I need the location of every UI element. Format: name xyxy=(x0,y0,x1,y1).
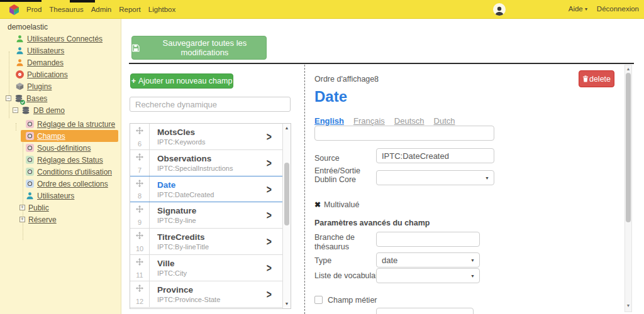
sidebar-item-public[interactable]: + Public xyxy=(0,202,121,214)
tab-deutsch[interactable]: Deutsch xyxy=(394,116,425,126)
type-select[interactable]: date ▼ xyxy=(376,252,480,268)
sidebar-item-utilisateurs-db[interactable]: Utilisateurs xyxy=(0,190,121,202)
advanced-settings-title: Paramètres avancés du champ xyxy=(314,219,430,227)
source-label: Source xyxy=(314,154,340,163)
delete-label: delete xyxy=(589,75,611,84)
user-icon xyxy=(15,46,24,55)
collapse-icon[interactable]: − xyxy=(13,107,18,113)
scroll-up-icon[interactable]: ▲ xyxy=(625,67,631,71)
menu-item-admin[interactable]: Admin xyxy=(91,6,112,13)
database-icon xyxy=(14,94,23,103)
database-icon xyxy=(21,106,30,115)
tree-root: demoelastic xyxy=(0,21,121,33)
label-input[interactable] xyxy=(314,126,494,141)
expand-icon[interactable]: + xyxy=(19,217,25,222)
display-order-value: 8 xyxy=(374,75,379,84)
settings-icon xyxy=(25,144,34,153)
scrollbar-thumb[interactable] xyxy=(626,73,631,222)
sidebar-item-reglage-status[interactable]: Réglage des Status xyxy=(0,154,121,166)
dublin-core-label: Entrée/Sortie Dublin Core xyxy=(314,166,377,184)
settings-icon xyxy=(25,156,34,165)
sidebar-item-bases[interactable]: − Bases xyxy=(0,92,121,104)
sidebar-item-ordre-collections[interactable]: Ordre des collections xyxy=(0,178,121,190)
sidebar-item-utilisateurs[interactable]: Utilisateurs xyxy=(0,45,121,57)
sidebar-item-plugins[interactable]: Plugins xyxy=(0,80,121,92)
sidebar-item-db-demo[interactable]: − DB demo xyxy=(0,104,121,116)
collapse-icon[interactable]: − xyxy=(6,95,11,101)
admin-window: Prod Thesaurus Admin Report Lightbox Aid… xyxy=(0,0,644,314)
settings-icon xyxy=(25,180,34,188)
settings-icon xyxy=(25,132,34,141)
vocabulary-select[interactable]: ▼ xyxy=(376,268,480,283)
sidebar-item-reserve[interactable]: + Réserve xyxy=(0,214,121,225)
help-label: Aide xyxy=(569,5,583,13)
field-title: Date xyxy=(314,88,347,106)
sidebar-item-champs[interactable]: Champs xyxy=(21,130,118,142)
field-detail-panel: Ordre d'affichage : 8 delete Date Englis… xyxy=(121,19,644,314)
multivalue-label: Multivalué xyxy=(324,200,359,209)
plugins-icon xyxy=(15,82,24,91)
person-icon xyxy=(494,6,504,16)
menu-item-report[interactable]: Report xyxy=(119,6,141,13)
settings-icon xyxy=(25,120,34,129)
main-content: Sauvegarder toutes les modifications + A… xyxy=(121,19,644,314)
sidebar-item-conditions-utilisation[interactable]: Conditions d'utilisation xyxy=(0,166,121,178)
user-icon xyxy=(25,192,34,200)
delete-button[interactable]: delete xyxy=(579,70,614,87)
user-avatar[interactable] xyxy=(493,3,506,16)
tab-dutch[interactable]: Dutch xyxy=(434,116,455,126)
sidebar-item-sous-definitions[interactable]: Sous-définitions xyxy=(0,142,121,154)
logout-link[interactable]: Déconnexion xyxy=(597,5,639,13)
phraseanet-logo-icon[interactable] xyxy=(8,4,20,16)
thesaurus-branch-label: Branche de thésaurus xyxy=(314,233,377,252)
publications-icon xyxy=(15,70,24,79)
language-tabs: English Français Deutsch Dutch xyxy=(314,116,455,126)
menu-item-lightbox[interactable]: Lightbox xyxy=(148,6,175,13)
sidebar-item-reglage-structure[interactable]: Réglage de la structure xyxy=(0,118,121,130)
sidebar-item-publications[interactable]: Publications xyxy=(0,68,121,80)
type-label: Type xyxy=(314,256,331,265)
menu-item-thesaurus[interactable]: Thesaurus xyxy=(49,6,83,13)
main-scrollbar[interactable]: ▲ ▼ xyxy=(625,65,632,312)
dublin-core-select[interactable]: ▼ xyxy=(376,170,494,185)
caret-down-icon: ▾ xyxy=(585,6,587,12)
menu-item-prod[interactable]: Prod xyxy=(26,6,42,13)
display-order-label: Ordre d'affichage : xyxy=(314,75,379,84)
tab-francais[interactable]: Français xyxy=(353,116,385,126)
sidebar-tree: demoelastic Utilisateurs Connectés Utili… xyxy=(0,19,121,314)
tree-root-label: demoelastic xyxy=(8,23,48,31)
settings-icon xyxy=(25,168,34,176)
expand-icon[interactable]: + xyxy=(19,205,25,210)
caret-down-icon: ▼ xyxy=(485,176,489,180)
vocabulary-label: Liste de vocabulaire xyxy=(314,271,384,280)
x-mark-icon: ✖ xyxy=(314,200,321,209)
source-input[interactable] xyxy=(376,148,494,163)
sidebar-item-utilisateurs-connectes[interactable]: Utilisateurs Connectés xyxy=(0,33,121,45)
clipped-bottom-input[interactable] xyxy=(376,308,474,314)
business-field-checkbox[interactable] xyxy=(314,296,323,304)
multivalue-flag: ✖Multivalué xyxy=(314,200,359,209)
topbar: Prod Thesaurus Admin Report Lightbox Aid… xyxy=(0,0,644,19)
user-icon xyxy=(15,35,24,43)
caret-down-icon: ▼ xyxy=(470,274,475,278)
thesaurus-branch-input[interactable] xyxy=(376,232,480,247)
main-menu: Prod Thesaurus Admin Report Lightbox xyxy=(26,0,175,19)
help-menu[interactable]: Aide ▾ xyxy=(569,5,587,13)
scroll-down-icon[interactable]: ▼ xyxy=(625,303,631,308)
user-icon xyxy=(15,58,24,67)
caret-down-icon: ▼ xyxy=(470,258,475,263)
trash-icon xyxy=(582,75,589,82)
sidebar-item-demandes[interactable]: Demandes xyxy=(0,57,121,68)
business-field-label: Champ métier xyxy=(328,296,377,305)
tab-english[interactable]: English xyxy=(314,116,344,126)
